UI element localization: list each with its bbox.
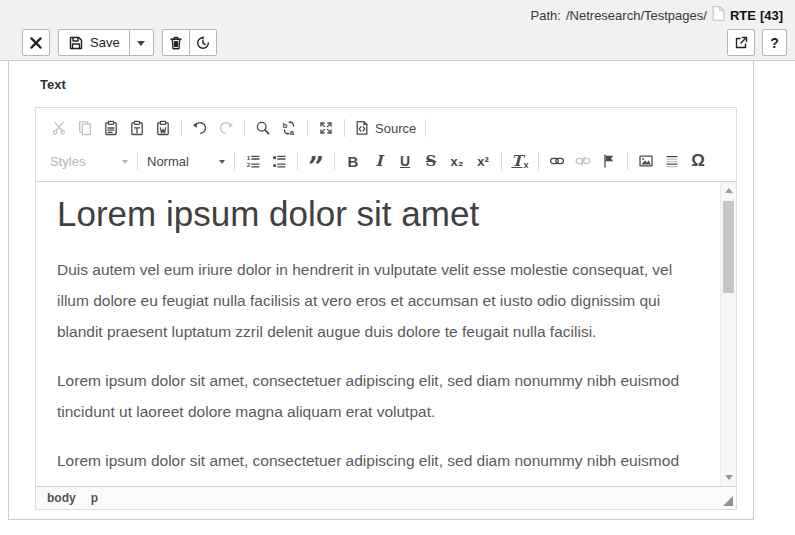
open-new-window-button[interactable] bbox=[727, 29, 755, 56]
toolbar-separator bbox=[244, 119, 245, 137]
link-button[interactable] bbox=[544, 149, 570, 174]
paste-as-text-icon bbox=[129, 120, 145, 136]
subscript-button[interactable]: x₂ bbox=[444, 149, 470, 174]
unlink-icon bbox=[575, 153, 591, 169]
save-icon bbox=[68, 35, 84, 51]
history-button[interactable] bbox=[189, 29, 217, 56]
toolbar-separator bbox=[334, 152, 335, 170]
paste-as-text-button[interactable] bbox=[124, 116, 150, 141]
record-uid: [43] bbox=[760, 8, 783, 23]
special-char-button[interactable]: Ω bbox=[685, 149, 711, 174]
source-button[interactable]: Source bbox=[350, 116, 420, 141]
rte-editor: b a bbox=[35, 107, 737, 510]
replace-icon: b a bbox=[281, 120, 297, 136]
element-path-p[interactable]: p bbox=[91, 491, 98, 505]
underline-button[interactable]: U bbox=[392, 149, 418, 174]
horizontal-line-button[interactable] bbox=[659, 149, 685, 174]
format-combo-label: Normal bbox=[147, 154, 203, 169]
paste-button[interactable] bbox=[98, 116, 124, 141]
docheader: Path: /Netresearch/Testpages/ RTE [43] S… bbox=[0, 0, 795, 61]
superscript-icon: x² bbox=[477, 154, 489, 169]
page-icon bbox=[712, 6, 725, 24]
path-value: /Netresearch/Testpages/ bbox=[566, 8, 707, 23]
subscript-icon: x₂ bbox=[450, 154, 463, 169]
image-button[interactable] bbox=[633, 149, 659, 174]
scroll-down-icon[interactable] bbox=[725, 475, 733, 480]
toolbar-separator bbox=[234, 152, 235, 170]
svg-text:b: b bbox=[283, 121, 288, 130]
flag-icon bbox=[601, 153, 617, 169]
toolbar-separator bbox=[627, 152, 628, 170]
save-dropdown-button[interactable] bbox=[129, 29, 154, 56]
anchor-button[interactable] bbox=[596, 149, 622, 174]
toolbar-separator bbox=[137, 152, 138, 170]
format-combo[interactable]: Normal bbox=[143, 148, 229, 174]
remove-format-icon: T bbox=[511, 152, 522, 170]
source-icon bbox=[354, 120, 370, 136]
toolbar-separator bbox=[297, 152, 298, 170]
toolbar-row-1: b a bbox=[46, 113, 726, 143]
chevron-down-icon bbox=[219, 160, 225, 167]
omega-icon: Ω bbox=[691, 151, 705, 171]
link-icon bbox=[549, 153, 565, 169]
trash-icon bbox=[168, 35, 184, 51]
docheader-right-buttons: ? bbox=[727, 29, 787, 56]
chevron-down-icon bbox=[137, 41, 145, 50]
numbered-list-icon: 1 2 bbox=[245, 153, 261, 169]
numbered-list-button[interactable]: 1 2 bbox=[240, 149, 266, 174]
styles-combo[interactable]: Styles bbox=[46, 148, 132, 174]
cut-icon bbox=[51, 120, 67, 136]
resize-handle[interactable] bbox=[723, 496, 733, 506]
replace-button[interactable]: b a bbox=[276, 116, 302, 141]
toolbar-separator bbox=[307, 119, 308, 137]
bold-button[interactable]: B bbox=[340, 149, 366, 174]
close-icon bbox=[28, 35, 44, 51]
paste-icon bbox=[103, 120, 119, 136]
toolbar-separator bbox=[425, 119, 426, 137]
help-button[interactable]: ? bbox=[762, 29, 787, 56]
svg-text:1: 1 bbox=[247, 154, 251, 161]
content-paragraph: Lorem ipsum dolor sit amet, consectetuer… bbox=[57, 445, 699, 486]
save-label: Save bbox=[90, 35, 120, 50]
rte-text-body[interactable]: Lorem ipsum dolor sit amet Duis autem ve… bbox=[36, 182, 720, 486]
maximize-button[interactable] bbox=[313, 116, 339, 141]
italic-button[interactable]: I bbox=[366, 149, 392, 174]
remove-format-button[interactable]: T x bbox=[507, 149, 533, 174]
undo-button[interactable] bbox=[187, 116, 213, 141]
scrollbar-thumb[interactable] bbox=[723, 201, 734, 293]
chevron-down-icon bbox=[122, 160, 128, 167]
delete-button[interactable] bbox=[162, 29, 189, 56]
italic-icon: I bbox=[375, 152, 382, 170]
element-path-body[interactable]: body bbox=[47, 491, 76, 505]
toolbar-separator bbox=[501, 152, 502, 170]
redo-icon bbox=[218, 120, 234, 136]
rte-toolbar: b a bbox=[36, 108, 736, 182]
scroll-up-icon[interactable] bbox=[725, 188, 733, 193]
close-button[interactable] bbox=[22, 29, 50, 56]
open-new-window-icon bbox=[733, 35, 749, 51]
underline-icon: U bbox=[400, 153, 410, 169]
image-icon bbox=[638, 153, 654, 169]
undo-icon bbox=[192, 120, 208, 136]
copy-button[interactable] bbox=[72, 116, 98, 141]
superscript-button[interactable]: x² bbox=[470, 149, 496, 174]
cut-button[interactable] bbox=[46, 116, 72, 141]
strikethrough-icon: S bbox=[426, 152, 437, 170]
toolbar-separator bbox=[181, 119, 182, 137]
styles-combo-label: Styles bbox=[50, 154, 106, 169]
find-button[interactable] bbox=[250, 116, 276, 141]
docheader-buttons: Save bbox=[22, 29, 217, 56]
unlink-button[interactable] bbox=[570, 149, 596, 174]
redo-button[interactable] bbox=[213, 116, 239, 141]
blockquote-button[interactable]: ” bbox=[303, 149, 329, 174]
svg-text:2: 2 bbox=[247, 161, 251, 168]
scrollbar[interactable] bbox=[720, 182, 736, 486]
save-button[interactable]: Save bbox=[58, 29, 129, 56]
copy-icon bbox=[77, 120, 93, 136]
strikethrough-button[interactable]: S bbox=[418, 149, 444, 174]
bullet-list-button[interactable] bbox=[266, 149, 292, 174]
paste-from-word-button[interactable] bbox=[150, 116, 176, 141]
content-paragraph: Lorem ipsum dolor sit amet, consectetuer… bbox=[57, 365, 699, 427]
content-paragraph: Duis autem vel eum iriure dolor in hendr… bbox=[57, 254, 699, 347]
rte-content-area[interactable]: Lorem ipsum dolor sit amet Duis autem ve… bbox=[36, 182, 736, 486]
